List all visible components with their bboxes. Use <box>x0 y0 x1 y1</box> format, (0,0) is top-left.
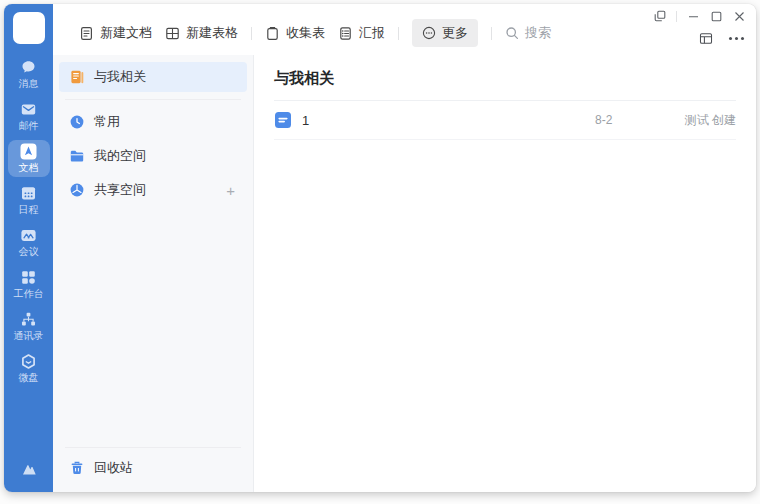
content-column: 新建文档 新建表格 收集表 <box>53 4 756 492</box>
sidebar-item-label: 回收站 <box>94 459 133 477</box>
screen: 消息 邮件 文档 日程 <box>0 0 760 504</box>
rail-item-label: 通讯录 <box>14 330 44 341</box>
app-window: 消息 邮件 文档 日程 <box>4 4 756 492</box>
layout-toggle-icon[interactable] <box>699 31 713 45</box>
doc-title: 1 <box>302 113 585 128</box>
divider <box>676 11 677 22</box>
maximize-icon[interactable] <box>709 9 723 23</box>
search-input[interactable]: 搜索 <box>505 24 551 42</box>
minimize-icon[interactable] <box>686 9 700 23</box>
meeting-icon <box>20 227 37 244</box>
sidebar-item-label: 常用 <box>94 113 120 131</box>
toolbar-button-label: 更多 <box>442 24 468 42</box>
workbench-icon <box>20 269 37 286</box>
popout-icon[interactable] <box>653 9 667 23</box>
app-logo <box>13 12 45 44</box>
sidebar-item-recycle-bin[interactable]: 回收站 <box>59 453 247 483</box>
contacts-icon <box>20 311 37 328</box>
divider <box>398 27 399 40</box>
divider <box>65 447 241 448</box>
sidebar-bottom: 回收站 <box>53 442 253 485</box>
drive-icon <box>20 353 37 370</box>
rail-item-messages[interactable]: 消息 <box>8 56 50 93</box>
collect-form-icon <box>265 26 280 41</box>
rail-item-mail[interactable]: 邮件 <box>8 98 50 135</box>
close-icon[interactable] <box>732 9 746 23</box>
collect-form-button[interactable]: 收集表 <box>265 24 325 42</box>
new-doc-button[interactable]: 新建文档 <box>79 24 152 42</box>
new-sheet-button[interactable]: 新建表格 <box>165 24 238 42</box>
secondary-controls <box>699 31 744 45</box>
rail-item-workbench[interactable]: 工作台 <box>8 266 50 303</box>
body: 与我相关 常用 我的空间 <box>53 55 756 492</box>
sidebar-item-label: 与我相关 <box>94 68 146 86</box>
toolbar: 新建文档 新建表格 收集表 <box>79 19 551 47</box>
chat-icon <box>20 59 37 76</box>
divider <box>491 27 492 40</box>
doc-creator: 测试 创建 <box>685 112 736 129</box>
toolbar-button-label: 新建文档 <box>100 24 152 42</box>
more-circle-icon <box>422 26 436 40</box>
toolbar-button-label: 新建表格 <box>186 24 238 42</box>
trash-icon <box>69 460 85 476</box>
related-doc-icon <box>69 69 85 85</box>
doc-file-icon <box>274 111 292 129</box>
toolbar-button-label: 汇报 <box>359 24 385 42</box>
rail-item-label: 日程 <box>19 204 39 215</box>
shared-space-icon <box>69 182 85 198</box>
rail-item-contacts[interactable]: 通讯录 <box>8 308 50 345</box>
more-button[interactable]: 更多 <box>412 19 478 47</box>
rail-item-calendar[interactable]: 日程 <box>8 182 50 219</box>
rail-item-label: 工作台 <box>14 288 44 299</box>
divider <box>251 27 252 40</box>
sidebar-item-my-space[interactable]: 我的空间 <box>59 141 247 171</box>
doc-list-row[interactable]: 1 8-2 测试 创建 <box>274 101 736 140</box>
new-sheet-icon <box>165 26 180 41</box>
report-button[interactable]: 汇报 <box>338 24 385 42</box>
rail-item-label: 会议 <box>19 246 39 257</box>
search-placeholder: 搜索 <box>525 24 551 42</box>
divider <box>65 99 241 100</box>
main-panel: 与我相关 1 8-2 测试 创建 <box>254 55 756 492</box>
rail-item-label: 文档 <box>19 162 39 173</box>
sidebar-item-label: 共享空间 <box>94 181 215 199</box>
sidebar-item-related[interactable]: 与我相关 <box>59 62 247 92</box>
rail-item-docs[interactable]: 文档 <box>8 140 50 177</box>
add-shared-space-button[interactable]: + <box>224 183 237 198</box>
more-options-icon[interactable] <box>729 37 744 40</box>
page-title: 与我相关 <box>274 55 736 101</box>
clock-icon <box>69 114 85 130</box>
search-icon <box>505 26 519 40</box>
logo-mark-icon[interactable] <box>19 460 39 478</box>
rail-item-label: 微盘 <box>19 372 39 383</box>
rail-item-drive[interactable]: 微盘 <box>8 350 50 387</box>
rail-item-label: 消息 <box>19 78 39 89</box>
rail-items: 消息 邮件 文档 日程 <box>8 56 50 387</box>
folder-icon <box>69 148 85 164</box>
sidebar-item-shared-space[interactable]: 共享空间 + <box>59 175 247 205</box>
sidebar-item-frequent[interactable]: 常用 <box>59 107 247 137</box>
doc-date: 8-2 <box>595 113 675 127</box>
calendar-icon <box>20 185 37 202</box>
docs-sidebar: 与我相关 常用 我的空间 <box>53 55 254 492</box>
window-controls <box>653 9 746 23</box>
primary-nav-rail: 消息 邮件 文档 日程 <box>4 4 53 492</box>
report-icon <box>338 26 353 41</box>
sidebar-spacer <box>53 207 253 442</box>
toolbar-button-label: 收集表 <box>286 24 325 42</box>
rail-item-label: 邮件 <box>19 120 39 131</box>
topbar: 新建文档 新建表格 收集表 <box>53 4 756 55</box>
sidebar-item-label: 我的空间 <box>94 147 146 165</box>
rail-item-meeting[interactable]: 会议 <box>8 224 50 261</box>
mail-icon <box>20 101 37 118</box>
new-doc-icon <box>79 26 94 41</box>
docs-icon <box>20 143 37 160</box>
